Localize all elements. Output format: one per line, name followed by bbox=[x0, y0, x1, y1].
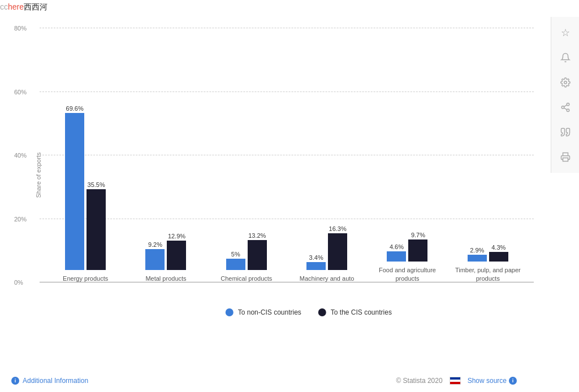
svg-point-0 bbox=[564, 81, 567, 84]
quote-icon[interactable] bbox=[554, 121, 577, 143]
bar-wrapper-chemical-dark: 13.2% bbox=[248, 232, 267, 270]
bar-pair-metal: 9.2% 12.9% bbox=[126, 233, 206, 270]
bar-value-food-blue: 4.6% bbox=[390, 243, 404, 250]
bar-group-metal: 9.2% 12.9% Metal products bbox=[126, 233, 206, 282]
legend-label-blue: To non-CIS countries bbox=[238, 308, 301, 316]
bar-food-blue bbox=[387, 251, 406, 262]
bar-value-machinery-blue: 3.4% bbox=[309, 254, 323, 261]
bar-value-timber-dark: 4.3% bbox=[491, 244, 505, 251]
bar-food-dark bbox=[408, 239, 427, 262]
bar-machinery-dark bbox=[328, 233, 347, 270]
bar-metal-dark bbox=[167, 241, 186, 270]
bar-group-energy: 69.6% 35.5% Energy products bbox=[45, 105, 126, 282]
x-axis-line bbox=[40, 282, 534, 282]
bar-wrapper-machinery-dark: 16.3% bbox=[328, 225, 347, 270]
bar-value-energy-blue: 69.6% bbox=[66, 105, 84, 112]
legend-label-dark: To the CIS countries bbox=[331, 308, 392, 316]
bar-pair-chemical: 5% 13.2% bbox=[206, 232, 287, 270]
bar-value-timber-blue: 2.9% bbox=[470, 247, 484, 254]
chart-container: Share of exports 80% 60% 40% bbox=[0, 17, 551, 392]
bar-wrapper-timber-blue: 2.9% bbox=[468, 247, 487, 262]
bar-value-food-dark: 9.7% bbox=[411, 232, 425, 238]
grid-label-0: 0% bbox=[14, 279, 23, 286]
bar-group-food: 4.6% 9.7% Food and agriculture products bbox=[367, 232, 447, 282]
bar-pair-machinery: 3.4% 16.3% bbox=[287, 225, 367, 270]
show-source-button[interactable]: Show source i bbox=[468, 377, 517, 385]
bar-value-machinery-dark: 16.3% bbox=[329, 225, 347, 232]
bar-machinery-blue bbox=[306, 262, 326, 270]
bar-value-energy-dark: 35.5% bbox=[88, 181, 105, 188]
bar-energy-dark bbox=[87, 189, 106, 270]
bar-label-metal: Metal products bbox=[126, 275, 206, 282]
bar-wrapper-chemical-blue: 5% bbox=[226, 251, 245, 270]
footer-right: © Statista 2020 Show source i bbox=[396, 377, 517, 385]
flag-icon bbox=[450, 377, 461, 385]
additional-info-link[interactable]: i Additional Information bbox=[11, 377, 88, 385]
legend-dot-blue bbox=[226, 308, 234, 316]
star-icon[interactable]: ☆ bbox=[554, 21, 577, 44]
bar-group-timber: 2.9% 4.3% Timber, pulp, and paper produc… bbox=[448, 244, 528, 282]
grid-label-60: 60% bbox=[14, 89, 27, 95]
chart-area: Share of exports 80% 60% 40% bbox=[11, 23, 539, 328]
bar-value-chemical-dark: 13.2% bbox=[248, 232, 266, 239]
gear-icon[interactable] bbox=[554, 71, 577, 94]
bar-wrapper-machinery-blue: 3.4% bbox=[306, 254, 326, 270]
bar-metal-blue bbox=[145, 249, 165, 270]
watermark-here: here bbox=[8, 2, 24, 12]
show-source-info-icon: i bbox=[509, 377, 517, 385]
bar-label-food: Food and agriculture products bbox=[367, 266, 447, 282]
watermark: cc here 西西河 bbox=[0, 2, 47, 12]
bar-chemical-dark bbox=[248, 240, 267, 270]
grid-label-80: 80% bbox=[14, 25, 27, 32]
bar-wrapper-food-blue: 4.6% bbox=[387, 243, 406, 262]
legend-item-dark: To the CIS countries bbox=[318, 308, 392, 316]
bar-wrapper-metal-dark: 12.9% bbox=[167, 233, 186, 270]
bar-label-machinery: Machinery and auto bbox=[287, 275, 367, 282]
bar-value-chemical-blue: 5% bbox=[231, 251, 240, 258]
chart-inner: 80% 60% 40% 20% 0% bbox=[40, 28, 534, 282]
svg-point-3 bbox=[567, 109, 569, 112]
bar-label-timber: Timber, pulp, and paper products bbox=[448, 266, 528, 282]
bar-energy-blue bbox=[65, 113, 84, 270]
bar-label-energy: Energy products bbox=[45, 275, 126, 282]
legend-item-blue: To non-CIS countries bbox=[226, 308, 301, 316]
svg-line-5 bbox=[564, 105, 567, 107]
show-source-label: Show source bbox=[468, 377, 507, 385]
bar-pair-food: 4.6% 9.7% bbox=[367, 232, 447, 262]
bar-wrapper-energy-dark: 35.5% bbox=[87, 181, 106, 270]
sidebar: ☆ bbox=[551, 17, 579, 173]
bar-chemical-blue bbox=[226, 259, 245, 270]
svg-point-1 bbox=[567, 103, 569, 106]
bar-group-machinery: 3.4% 16.3% Machinery and auto bbox=[287, 225, 367, 282]
legend: To non-CIS countries To the CIS countrie… bbox=[226, 308, 392, 316]
bar-group-chemical: 5% 13.2% Chemical products bbox=[206, 232, 287, 282]
bar-pair-energy: 69.6% 35.5% bbox=[45, 105, 126, 270]
bar-value-metal-blue: 9.2% bbox=[148, 241, 162, 248]
bar-timber-dark bbox=[489, 252, 508, 262]
footer: i Additional Information © Statista 2020… bbox=[11, 369, 517, 392]
watermark-cc: cc bbox=[0, 2, 8, 12]
svg-point-2 bbox=[561, 106, 564, 109]
bar-pair-timber: 2.9% 4.3% bbox=[448, 244, 528, 262]
bar-wrapper-timber-dark: 4.3% bbox=[489, 244, 508, 262]
grid-label-40: 40% bbox=[14, 152, 27, 159]
svg-line-4 bbox=[564, 108, 567, 110]
copyright-text: © Statista 2020 bbox=[396, 377, 442, 385]
print-icon[interactable] bbox=[554, 146, 577, 168]
bar-wrapper-metal-blue: 9.2% bbox=[145, 241, 165, 270]
share-icon[interactable] bbox=[554, 96, 577, 119]
svg-rect-6 bbox=[563, 158, 568, 162]
watermark-cn: 西西河 bbox=[24, 2, 47, 12]
bell-icon[interactable] bbox=[554, 46, 577, 69]
grid-label-20: 20% bbox=[14, 216, 27, 223]
bars-area: 69.6% 35.5% Energy products 9. bbox=[40, 28, 534, 282]
bar-label-chemical: Chemical products bbox=[206, 275, 287, 282]
info-icon: i bbox=[11, 377, 19, 385]
bar-wrapper-food-dark: 9.7% bbox=[408, 232, 427, 262]
bar-timber-blue bbox=[468, 255, 487, 262]
bar-value-metal-dark: 12.9% bbox=[168, 233, 185, 239]
legend-dot-dark bbox=[318, 308, 326, 316]
additional-info-label: Additional Information bbox=[23, 377, 88, 385]
bar-wrapper-energy-blue: 69.6% bbox=[65, 105, 84, 270]
